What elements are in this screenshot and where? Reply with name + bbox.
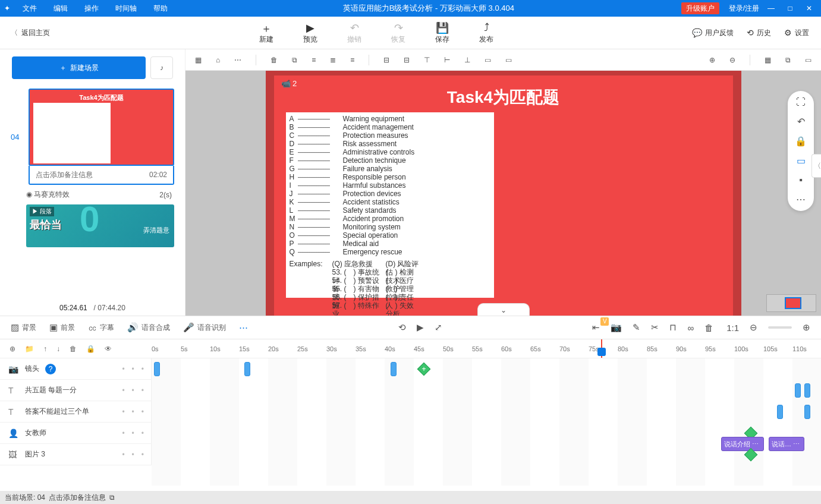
top-action-2[interactable]: ↶撤销 [347, 21, 361, 45]
ratio-icon[interactable]: 1:1 [726, 323, 739, 333]
help-icon[interactable]: ? [45, 364, 56, 374]
zoom-slider[interactable] [768, 326, 792, 329]
expand-icon[interactable]: ⤢ [435, 322, 442, 333]
camera-icon[interactable]: 📷 [611, 322, 622, 333]
menu-timeline[interactable]: 时间轴 [107, 0, 145, 17]
back-button[interactable]: 〈 返回主页 [0, 28, 61, 38]
playhead[interactable] [601, 339, 602, 358]
align-left-icon[interactable]: ≡ [312, 56, 316, 64]
align-middle-icon[interactable]: ⊢ [444, 56, 450, 64]
track-body[interactable]: 说话介绍 ⋯说话… ⋯ [152, 423, 821, 443]
distribute-v-icon[interactable]: ⊟ [404, 56, 410, 64]
zoom-out2-icon[interactable]: ⊖ [750, 322, 757, 333]
eye-icon[interactable]: 👁 [105, 345, 112, 353]
fullscreen-icon[interactable]: ⛶ [796, 97, 806, 108]
track-body[interactable] [152, 401, 821, 422]
cut-icon[interactable]: ✂ [651, 322, 659, 333]
copy-icon[interactable]: ⧉ [292, 56, 297, 64]
back-icon[interactable]: ▭ [505, 56, 512, 64]
more-tabs-icon[interactable]: ⋯ [239, 322, 248, 333]
time-ruler[interactable]: 0s5s10s15s20s25s30s35s40s45s50s55s60s65s… [152, 339, 821, 358]
action-icon: ＋ [261, 21, 272, 33]
track-row[interactable]: 👤女教师•••说话介绍 ⋯说话… ⋯ [0, 423, 821, 444]
down-icon[interactable]: ↓ [56, 345, 60, 353]
magnet-icon[interactable]: ⊓ [669, 322, 677, 333]
menu-help[interactable]: 帮助 [145, 0, 176, 17]
right-action-2[interactable]: ⚙设置 [784, 28, 809, 38]
menu-edit[interactable]: 编辑 [45, 0, 76, 17]
edit-icon[interactable]: ✎ [633, 322, 640, 333]
rewind-icon[interactable]: ⟲ [398, 322, 406, 333]
scene-thumbnail[interactable]: Task4为匹配题 [29, 89, 174, 166]
track-row[interactable]: T共五题 每题一分••• [0, 380, 821, 401]
align-top-icon[interactable]: ⊤ [424, 56, 430, 64]
screen-icon[interactable]: ▭ [797, 155, 806, 166]
layout-icon[interactable]: ▭ [805, 56, 811, 64]
device-icon[interactable]: ▪ [799, 175, 803, 185]
zoom-out-icon[interactable]: ⊖ [729, 56, 735, 64]
add-track-icon[interactable]: ⊕ [10, 345, 15, 353]
scene-note-input[interactable]: 点击添加备注信息 [36, 170, 93, 180]
mosaic-effect-row[interactable]: ◉ 马赛克特效 2(s) [11, 185, 174, 204]
up-icon[interactable]: ↑ [43, 345, 47, 353]
front-icon[interactable]: ▭ [485, 56, 491, 64]
top-action-1[interactable]: ▶预览 [303, 21, 317, 45]
track-body[interactable] [152, 358, 821, 379]
close-icon[interactable]: ✕ [802, 4, 816, 12]
grid-icon[interactable]: ▦ [765, 56, 771, 64]
align-center-icon[interactable]: ≣ [330, 56, 336, 64]
upgrade-button[interactable]: 升级账户 [681, 2, 719, 14]
tab-asr[interactable]: 🎤语音识别 [183, 322, 226, 333]
scene-item-04[interactable]: 04 Task4为匹配题 点击添加备注信息 02:02 [11, 89, 174, 185]
trash-icon[interactable]: 🗑 [270, 56, 278, 64]
minimap[interactable] [766, 294, 816, 312]
music-button[interactable]: ♪ [150, 56, 173, 79]
login-link[interactable]: 登录/注册 [729, 4, 759, 14]
menu-action[interactable]: 操作 [76, 0, 107, 17]
zoom-in-icon[interactable]: ⊕ [709, 56, 715, 64]
trash2-icon[interactable]: 🗑 [704, 323, 713, 333]
stage[interactable]: 📹 2 Task4为匹配题 A------------------Warning… [185, 71, 821, 316]
track-body[interactable] [152, 444, 821, 465]
menu-file[interactable]: 文件 [14, 0, 45, 17]
link-icon[interactable]: ∞ [687, 323, 694, 333]
scene-item-05[interactable]: ▶ 段落 0 最恰当 弄清题意 [26, 204, 174, 247]
track-row[interactable]: T答案不能超过三个单••• [0, 401, 821, 423]
track-row[interactable]: 📷镜头?••• [0, 358, 821, 380]
duplicate-icon[interactable]: ⧉ [785, 56, 791, 64]
track-body[interactable] [152, 380, 821, 401]
right-action-1[interactable]: ⟲历史 [747, 28, 771, 38]
layers-icon[interactable]: ▦ [195, 56, 202, 64]
new-scene-button[interactable]: ＋ 新建场景 [12, 56, 146, 79]
zoom-in2-icon[interactable]: ⊕ [803, 322, 810, 333]
delete-track-icon[interactable]: 🗑 [70, 345, 77, 353]
tab-tts[interactable]: 🔊语音合成 [127, 322, 170, 333]
marker-icon[interactable]: ⇤ [592, 322, 600, 333]
home-icon[interactable]: ⌂ [216, 56, 220, 64]
lock-icon[interactable]: 🔒 [795, 136, 807, 147]
right-panel-toggle[interactable]: 〈 [811, 154, 821, 178]
lock-track-icon[interactable]: 🔒 [86, 345, 95, 353]
more-icon[interactable]: ⋯ [234, 56, 241, 64]
music-icon: ♪ [160, 64, 163, 72]
tab-subtitle[interactable]: ㏄字幕 [88, 322, 114, 333]
tab-foreground[interactable]: ▣前景 [49, 322, 75, 333]
bottom-panel-toggle[interactable]: ⌄ [477, 303, 530, 316]
undo-view-icon[interactable]: ↶ [797, 116, 805, 127]
more-fab-icon[interactable]: ⋯ [796, 194, 806, 205]
distribute-h-icon[interactable]: ⊟ [383, 56, 389, 64]
folder-icon[interactable]: 📁 [25, 345, 34, 353]
top-action-0[interactable]: ＋新建 [259, 21, 273, 45]
top-action-5[interactable]: ⤴发布 [479, 21, 493, 45]
minimize-icon[interactable]: — [764, 4, 778, 12]
play-icon[interactable]: ▶ [417, 322, 424, 333]
tab-background[interactable]: ▨背景 [11, 322, 36, 333]
top-action-4[interactable]: 💾保存 [435, 21, 449, 45]
align-right-icon[interactable]: ≡ [350, 56, 354, 64]
track-row[interactable]: 🖼图片 3••• [0, 444, 821, 465]
status-copy-icon[interactable]: ⧉ [109, 493, 115, 502]
right-action-0[interactable]: 💬用户反馈 [692, 28, 734, 38]
align-bottom-icon[interactable]: ⊥ [464, 56, 470, 64]
top-action-3[interactable]: ↷恢复 [391, 21, 405, 45]
maximize-icon[interactable]: □ [783, 4, 797, 12]
